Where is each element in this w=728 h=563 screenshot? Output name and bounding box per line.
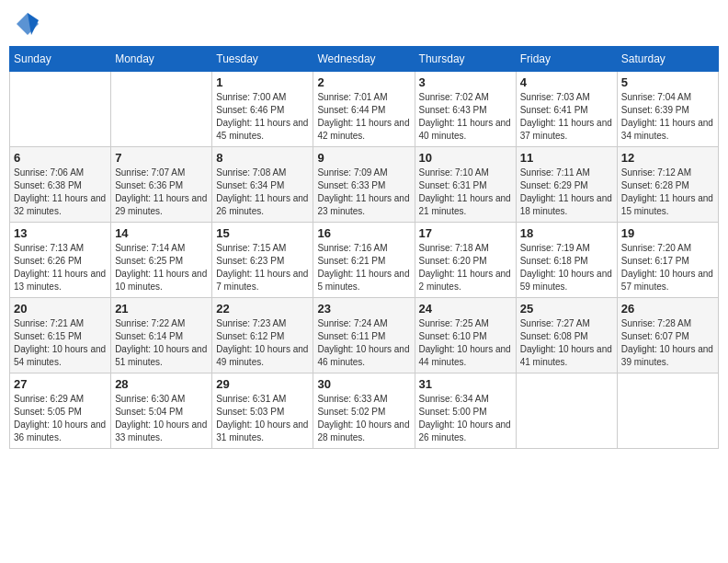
day-info: Sunrise: 7:09 AM Sunset: 6:33 PM Dayligh… [317, 167, 410, 218]
calendar-cell: 24Sunrise: 7:25 AM Sunset: 6:10 PM Dayli… [415, 298, 516, 373]
day-info: Sunrise: 7:10 AM Sunset: 6:31 PM Dayligh… [419, 167, 512, 218]
calendar-cell: 21Sunrise: 7:22 AM Sunset: 6:14 PM Dayli… [111, 298, 212, 373]
day-info: Sunrise: 6:29 AM Sunset: 5:05 PM Dayligh… [14, 393, 107, 444]
day-info: Sunrise: 7:12 AM Sunset: 6:28 PM Dayligh… [621, 167, 714, 218]
day-info: Sunrise: 7:06 AM Sunset: 6:38 PM Dayligh… [14, 167, 107, 218]
day-info: Sunrise: 7:18 AM Sunset: 6:20 PM Dayligh… [419, 242, 512, 293]
calendar-cell: 2Sunrise: 7:01 AM Sunset: 6:44 PM Daylig… [313, 72, 415, 147]
calendar-cell: 23Sunrise: 7:24 AM Sunset: 6:11 PM Dayli… [313, 298, 415, 373]
calendar-cell: 26Sunrise: 7:28 AM Sunset: 6:07 PM Dayli… [617, 298, 718, 373]
calendar-cell: 11Sunrise: 7:11 AM Sunset: 6:29 PM Dayli… [516, 147, 617, 223]
day-info: Sunrise: 7:02 AM Sunset: 6:43 PM Dayligh… [419, 91, 512, 143]
calendar-cell [111, 72, 212, 147]
header-day: Tuesday [212, 47, 313, 72]
calendar-cell: 1Sunrise: 7:00 AM Sunset: 6:46 PM Daylig… [212, 72, 313, 147]
day-info: Sunrise: 6:33 AM Sunset: 5:02 PM Dayligh… [317, 393, 410, 444]
calendar-cell: 28Sunrise: 6:30 AM Sunset: 5:04 PM Dayli… [111, 373, 212, 449]
calendar-cell [617, 373, 718, 449]
calendar-cell: 25Sunrise: 7:27 AM Sunset: 6:08 PM Dayli… [516, 298, 617, 373]
day-number: 7 [115, 151, 208, 165]
calendar-cell: 3Sunrise: 7:02 AM Sunset: 6:43 PM Daylig… [415, 72, 516, 147]
day-number: 1 [216, 75, 309, 89]
day-info: Sunrise: 7:21 AM Sunset: 6:15 PM Dayligh… [14, 317, 107, 369]
day-info: Sunrise: 7:16 AM Sunset: 6:21 PM Dayligh… [317, 242, 410, 293]
week-row: 13Sunrise: 7:13 AM Sunset: 6:26 PM Dayli… [10, 223, 719, 298]
day-info: Sunrise: 7:19 AM Sunset: 6:18 PM Dayligh… [520, 242, 613, 293]
day-number: 26 [621, 302, 714, 316]
day-number: 27 [14, 377, 107, 391]
header-day: Thursday [415, 47, 516, 72]
header-day: Friday [516, 47, 617, 72]
day-info: Sunrise: 7:14 AM Sunset: 6:25 PM Dayligh… [115, 242, 208, 293]
calendar-cell: 15Sunrise: 7:15 AM Sunset: 6:23 PM Dayli… [212, 223, 313, 298]
day-info: Sunrise: 7:22 AM Sunset: 6:14 PM Dayligh… [115, 317, 208, 369]
day-number: 16 [317, 226, 410, 240]
day-number: 9 [317, 151, 410, 165]
header-day: Wednesday [313, 47, 415, 72]
day-number: 24 [419, 302, 512, 316]
day-number: 2 [317, 75, 410, 89]
day-info: Sunrise: 7:08 AM Sunset: 6:34 PM Dayligh… [216, 167, 309, 218]
day-number: 10 [419, 151, 512, 165]
day-number: 19 [621, 226, 714, 240]
week-row: 6Sunrise: 7:06 AM Sunset: 6:38 PM Daylig… [10, 147, 719, 223]
calendar-cell [516, 373, 617, 449]
calendar-cell: 7Sunrise: 7:07 AM Sunset: 6:36 PM Daylig… [111, 147, 212, 223]
calendar-cell: 9Sunrise: 7:09 AM Sunset: 6:33 PM Daylig… [313, 147, 415, 223]
day-info: Sunrise: 7:04 AM Sunset: 6:39 PM Dayligh… [621, 91, 714, 143]
calendar-cell: 10Sunrise: 7:10 AM Sunset: 6:31 PM Dayli… [415, 147, 516, 223]
calendar-cell: 29Sunrise: 6:31 AM Sunset: 5:03 PM Dayli… [212, 373, 313, 449]
calendar-cell: 19Sunrise: 7:20 AM Sunset: 6:17 PM Dayli… [617, 223, 718, 298]
day-info: Sunrise: 7:03 AM Sunset: 6:41 PM Dayligh… [520, 91, 613, 143]
calendar-cell: 8Sunrise: 7:08 AM Sunset: 6:34 PM Daylig… [212, 147, 313, 223]
day-number: 11 [520, 151, 613, 165]
calendar-cell: 12Sunrise: 7:12 AM Sunset: 6:28 PM Dayli… [617, 147, 718, 223]
day-number: 29 [216, 377, 309, 391]
calendar-cell: 18Sunrise: 7:19 AM Sunset: 6:18 PM Dayli… [516, 223, 617, 298]
day-number: 28 [115, 377, 208, 391]
calendar-cell: 27Sunrise: 6:29 AM Sunset: 5:05 PM Dayli… [10, 373, 111, 449]
day-info: Sunrise: 7:27 AM Sunset: 6:08 PM Dayligh… [520, 317, 613, 369]
day-info: Sunrise: 7:25 AM Sunset: 6:10 PM Dayligh… [419, 317, 512, 369]
header-day: Saturday [617, 47, 718, 72]
day-number: 20 [14, 302, 107, 316]
day-info: Sunrise: 6:31 AM Sunset: 5:03 PM Dayligh… [216, 393, 309, 444]
calendar-cell [10, 72, 111, 147]
calendar-header: SundayMondayTuesdayWednesdayThursdayFrid… [10, 47, 719, 72]
calendar-cell: 17Sunrise: 7:18 AM Sunset: 6:20 PM Dayli… [415, 223, 516, 298]
day-number: 5 [621, 75, 714, 89]
day-info: Sunrise: 6:34 AM Sunset: 5:00 PM Dayligh… [419, 393, 512, 444]
calendar-cell: 5Sunrise: 7:04 AM Sunset: 6:39 PM Daylig… [617, 72, 718, 147]
calendar-cell: 20Sunrise: 7:21 AM Sunset: 6:15 PM Dayli… [10, 298, 111, 373]
calendar-cell: 30Sunrise: 6:33 AM Sunset: 5:02 PM Dayli… [313, 373, 415, 449]
calendar-table: SundayMondayTuesdayWednesdayThursdayFrid… [9, 46, 719, 449]
page-header [9, 9, 719, 39]
day-number: 12 [621, 151, 714, 165]
day-number: 6 [14, 151, 107, 165]
calendar-cell: 31Sunrise: 6:34 AM Sunset: 5:00 PM Dayli… [415, 373, 516, 449]
calendar-cell: 22Sunrise: 7:23 AM Sunset: 6:12 PM Dayli… [212, 298, 313, 373]
day-info: Sunrise: 7:23 AM Sunset: 6:12 PM Dayligh… [216, 317, 309, 369]
header-day: Monday [111, 47, 212, 72]
day-info: Sunrise: 7:13 AM Sunset: 6:26 PM Dayligh… [14, 242, 107, 293]
week-row: 27Sunrise: 6:29 AM Sunset: 5:05 PM Dayli… [10, 373, 719, 449]
day-number: 17 [419, 226, 512, 240]
day-info: Sunrise: 7:24 AM Sunset: 6:11 PM Dayligh… [317, 317, 410, 369]
day-number: 15 [216, 226, 309, 240]
day-info: Sunrise: 7:20 AM Sunset: 6:17 PM Dayligh… [621, 242, 714, 293]
day-number: 8 [216, 151, 309, 165]
day-number: 14 [115, 226, 208, 240]
day-info: Sunrise: 7:00 AM Sunset: 6:46 PM Dayligh… [216, 91, 309, 143]
day-info: Sunrise: 7:07 AM Sunset: 6:36 PM Dayligh… [115, 167, 208, 218]
day-number: 25 [520, 302, 613, 316]
day-number: 30 [317, 377, 410, 391]
header-day: Sunday [10, 47, 111, 72]
day-number: 13 [14, 226, 107, 240]
day-info: Sunrise: 6:30 AM Sunset: 5:04 PM Dayligh… [115, 393, 208, 444]
day-number: 18 [520, 226, 613, 240]
day-number: 22 [216, 302, 309, 316]
logo-icon [13, 9, 42, 39]
calendar-cell: 13Sunrise: 7:13 AM Sunset: 6:26 PM Dayli… [10, 223, 111, 298]
header-row: SundayMondayTuesdayWednesdayThursdayFrid… [10, 47, 719, 72]
calendar-cell: 4Sunrise: 7:03 AM Sunset: 6:41 PM Daylig… [516, 72, 617, 147]
